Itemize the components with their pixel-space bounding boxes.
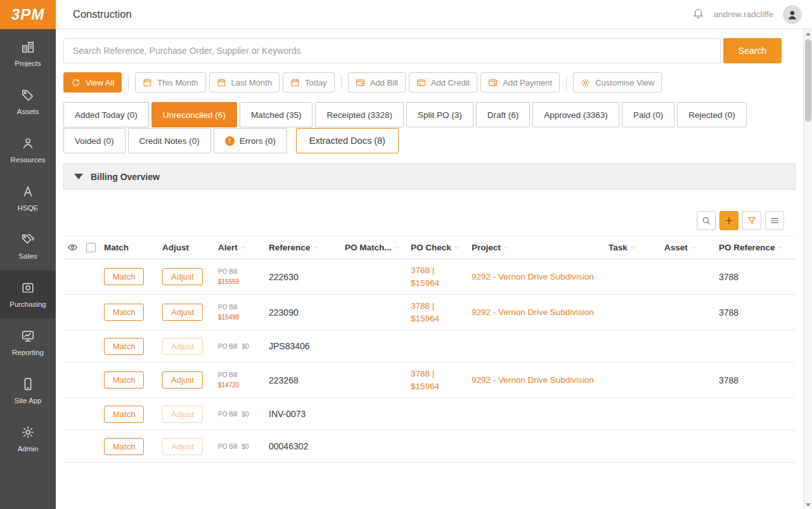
calendar-icon	[217, 78, 226, 87]
status-tab[interactable]: Receipted (3328)	[315, 102, 404, 127]
chevron-down-icon	[501, 243, 510, 252]
customise-view-button[interactable]: Customise View	[573, 72, 662, 93]
po-check-link[interactable]: 3788 | $15964	[407, 259, 468, 295]
match-button[interactable]: Match	[104, 406, 144, 423]
grid-menu-button[interactable]	[765, 211, 784, 230]
search-input[interactable]	[63, 38, 721, 63]
adjust-button[interactable]: Adjust	[162, 371, 203, 389]
match-button[interactable]: Match	[104, 338, 144, 355]
status-tab[interactable]: ! Errors (0)	[214, 128, 287, 153]
po-check-link[interactable]: 3788 | $15964	[407, 363, 468, 398]
hsqe-icon	[21, 184, 35, 200]
po-check-link[interactable]	[407, 330, 468, 363]
status-tab[interactable]: Rejected (0)	[677, 102, 747, 127]
notifications-bell-icon[interactable]	[692, 7, 704, 22]
status-tab[interactable]: Split PO (3)	[406, 102, 474, 127]
resources-icon	[21, 136, 35, 151]
chevron-down-icon	[238, 243, 247, 252]
sidebar-item-purchasing[interactable]: Purchasing	[0, 270, 56, 318]
sales-icon	[21, 233, 35, 248]
adjust-button[interactable]: Adjust	[162, 304, 203, 321]
match-button[interactable]: Match	[104, 268, 144, 285]
col-project[interactable]: Project	[468, 236, 605, 259]
col-po-match[interactable]: PO Match...	[341, 236, 407, 259]
grid-add-button[interactable]	[719, 211, 738, 230]
col-po-check[interactable]: PO Check	[407, 236, 468, 259]
tab-label: Added Today (0)	[75, 110, 138, 120]
action-toolbar: View All This Month Last Month Today Add…	[63, 72, 796, 93]
billing-overview-toggle[interactable]: Billing Overview	[63, 164, 796, 190]
match-button[interactable]: Match	[104, 438, 144, 455]
match-button[interactable]: Match	[104, 371, 144, 389]
sidebar-item-reporting[interactable]: Reporting	[0, 318, 56, 366]
adjust-button[interactable]: Adjust	[162, 268, 203, 285]
scroll-down-arrow[interactable]	[804, 500, 812, 509]
status-tab[interactable]: ! Extracted Docs (8)	[296, 128, 399, 153]
sidebar-item-assets[interactable]: Assets	[0, 77, 56, 126]
task-cell	[605, 330, 661, 363]
sidebar-item-hsqe[interactable]: HSQE	[0, 174, 56, 222]
status-tab[interactable]: ! Credit Notes (0)	[128, 128, 211, 153]
add-bill-button[interactable]: Add Bill	[348, 72, 406, 93]
add-credit-button[interactable]: Add Credit	[409, 72, 477, 93]
project-link[interactable]	[468, 330, 605, 363]
error-icon: !	[225, 136, 235, 146]
eye-icon[interactable]	[67, 242, 78, 252]
col-task[interactable]: Task	[605, 236, 661, 259]
tab-label: Extracted Docs (8)	[309, 136, 385, 146]
sidebar-item-sales[interactable]: Sales	[0, 222, 56, 270]
brand-logo[interactable]: 3PM	[0, 0, 56, 29]
add-payment-button[interactable]: Add Payment	[480, 72, 560, 93]
project-link[interactable]: 9292 - Vernon Drive Subdivision	[468, 363, 605, 398]
asset-cell	[661, 330, 715, 363]
sidebar-item-resources[interactable]: Resources	[0, 126, 56, 174]
po-match-cell	[341, 398, 407, 430]
project-link[interactable]	[468, 430, 605, 463]
avatar[interactable]	[783, 5, 802, 24]
project-link[interactable]	[468, 398, 605, 430]
alert-type: PO Bill	[218, 304, 238, 311]
col-asset[interactable]: Asset	[661, 236, 715, 259]
scrollbar-thumb[interactable]	[805, 39, 811, 122]
status-tab[interactable]: Approved (3363)	[532, 102, 619, 127]
toolbar-separator	[566, 75, 567, 90]
adjust-button[interactable]: Adjust	[162, 338, 203, 355]
status-tab[interactable]: ! Voided (0)	[63, 128, 126, 153]
search-button[interactable]: Search	[723, 38, 782, 63]
grid-filter-button[interactable]	[742, 211, 761, 230]
sidebar-item-site-app[interactable]: Site App	[0, 366, 56, 415]
status-tab[interactable]: Matched (35)	[240, 102, 313, 127]
view-all-button[interactable]: View All	[63, 72, 122, 93]
table-header-row: Match Adjust Alert Reference PO Match...…	[63, 236, 796, 259]
admin-gear-icon	[21, 425, 35, 441]
grid-search-button[interactable]	[697, 211, 716, 230]
alert-amount: $15498	[218, 312, 261, 323]
sidebar-item-admin[interactable]: Admin	[0, 415, 56, 463]
match-button[interactable]: Match	[104, 304, 144, 321]
status-tab[interactable]: Paid (0)	[622, 102, 674, 127]
today-button[interactable]: Today	[283, 72, 335, 93]
alert-cell: PO Bill$15559	[218, 267, 261, 287]
status-tab[interactable]: Unreconciled (6)	[151, 102, 237, 127]
select-all-checkbox[interactable]	[86, 243, 96, 252]
vertical-scrollbar[interactable]	[803, 29, 812, 509]
project-link[interactable]: 9292 - Vernon Drive Subdivision	[468, 259, 605, 295]
last-month-button[interactable]: Last Month	[209, 72, 280, 93]
alert-amount: $0	[242, 443, 249, 450]
po-check-link[interactable]	[407, 430, 468, 463]
po-check-link[interactable]	[407, 398, 468, 430]
col-po-reference[interactable]: PO Reference	[715, 236, 796, 259]
col-reference[interactable]: Reference	[265, 236, 341, 259]
adjust-button[interactable]: Adjust	[162, 406, 203, 423]
this-month-button[interactable]: This Month	[135, 72, 205, 93]
po-check-link[interactable]: 3788 | $15964	[407, 295, 468, 330]
sidebar-item-projects[interactable]: Projects	[0, 29, 56, 77]
col-alert[interactable]: Alert	[214, 236, 265, 259]
adjust-button[interactable]: Adjust	[162, 438, 203, 455]
scroll-up-arrow[interactable]	[804, 29, 812, 38]
tab-label: Draft (6)	[487, 110, 519, 120]
status-tab[interactable]: Added Today (0)	[63, 102, 149, 127]
status-tab[interactable]: Draft (6)	[476, 102, 531, 127]
project-link[interactable]: 9292 - Vernon Drive Subdivision	[468, 295, 605, 330]
top-header: Construction andrew.radcliffe	[56, 0, 812, 29]
